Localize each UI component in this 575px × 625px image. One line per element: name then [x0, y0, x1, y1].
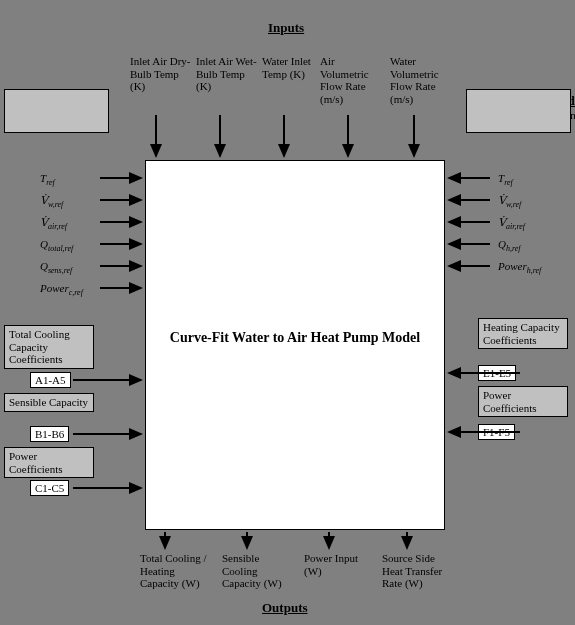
heating-param-4: Powerh,ref: [498, 260, 541, 275]
heating-param-2: V̇air,ref: [498, 216, 525, 231]
cooling-tag-1: B1-B6: [30, 426, 69, 442]
output-2: Power Input (W): [304, 552, 376, 577]
cooling-box-0: Total Cooling Capacity Coefficients: [4, 325, 94, 369]
heating-box-1: Power Coefficients: [478, 386, 568, 417]
heating-param-1: V̇w,ref: [498, 194, 521, 209]
heating-tag-0: E1-E5: [478, 365, 516, 381]
cooling-tag-0: A1-A5: [30, 372, 71, 388]
cooling-param-1: V̇w,ref: [40, 194, 63, 209]
cooling-param-3: Qtotal,ref: [40, 238, 73, 253]
heating-param-3: Qh,ref: [498, 238, 521, 253]
cooling-param-2: V̇air,ref: [40, 216, 67, 231]
top-input-4: Water Volumetric Flow Rate (m/s): [390, 55, 452, 106]
output-0: Total Cooling / Heating Capacity (W): [140, 552, 212, 590]
top-input-0: Inlet Air Dry-Bulb Temp (K): [130, 55, 192, 93]
output-3: Source Side Heat Transfer Rate (W): [382, 552, 454, 590]
top-input-3: Air Volumetric Flow Rate (m/s): [320, 55, 382, 106]
top-input-2: Water Inlet Temp (K): [262, 55, 324, 80]
inputs-title: Inputs: [268, 20, 304, 36]
outputs-title: Outputs: [262, 600, 308, 616]
cooling-tag-2: C1-C5: [30, 480, 69, 496]
cooling-box-2: Power Coefficients: [4, 447, 94, 478]
cooling-ref-box: [4, 89, 109, 133]
heating-param-0: Tref: [498, 172, 513, 187]
cooling-param-5: Powerc,ref: [40, 282, 83, 297]
heating-box-0: Heating Capacity Coefficients: [478, 318, 568, 349]
cooling-param-4: Qsens,ref: [40, 260, 72, 275]
cooling-box-1: Sensible Capacity: [4, 393, 94, 412]
output-1: Sensible Cooling Capacity (W): [222, 552, 294, 590]
model-title: Curve-Fit Water to Air Heat Pump Model: [145, 330, 445, 347]
heating-tag-1: F1-F5: [478, 424, 515, 440]
cooling-param-0: Tref: [40, 172, 55, 187]
heating-ref-box: [466, 89, 571, 133]
top-input-1: Inlet Air Wet-Bulb Temp (K): [196, 55, 258, 93]
